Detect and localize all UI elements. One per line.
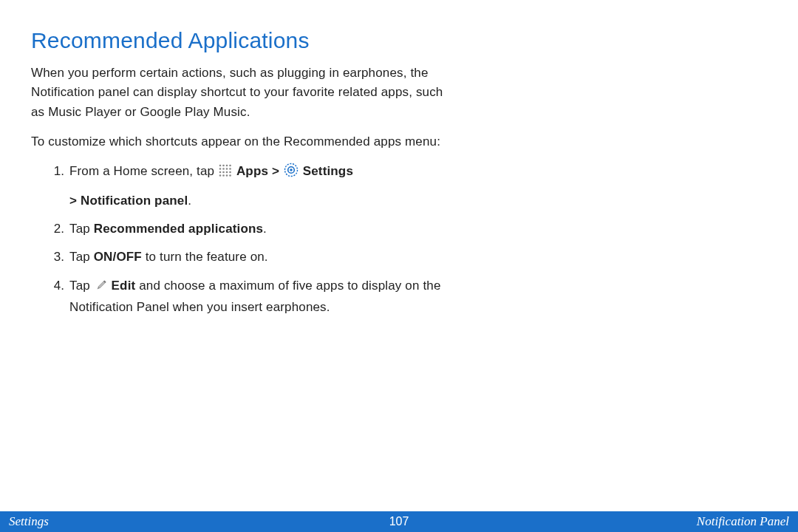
step-1-gt: > (272, 164, 283, 178)
page-footer: Settings 107 Notification Panel (0, 511, 798, 532)
svg-point-7 (229, 168, 231, 171)
svg-point-13 (222, 175, 225, 177)
svg-point-10 (226, 171, 228, 174)
intro-paragraph-1: When you perform certain actions, such a… (31, 64, 445, 122)
step-2: Tap Recommended applications. (68, 219, 445, 239)
svg-point-5 (222, 168, 225, 171)
step-1: From a Home screen, tap Apps > (68, 162, 445, 211)
svg-point-12 (219, 175, 222, 177)
step-1-apps-label: Apps (236, 164, 268, 178)
step-4-pre: Tap (69, 279, 94, 293)
step-1-settings-label: Settings (303, 164, 353, 178)
svg-point-8 (219, 171, 222, 174)
svg-point-2 (226, 165, 228, 167)
pencil-edit-icon (95, 279, 107, 298)
document-page: Recommended Applications When you perfor… (0, 0, 798, 532)
step-1-line-2: > Notification panel. (69, 191, 445, 211)
apps-grid-icon (219, 164, 232, 183)
step-3: Tap ON/OFF to turn the feature on. (68, 248, 445, 267)
step-2-pre: Tap (69, 222, 94, 236)
step-3-pre: Tap (69, 250, 94, 264)
content-column: Recommended Applications When you perfor… (31, 28, 445, 326)
step-2-bold: Recommended applications (94, 222, 263, 236)
page-title: Recommended Applications (31, 28, 445, 53)
footer-page-number: 107 (0, 515, 798, 528)
intro-paragraph-2: To customize which shortcuts appear on t… (31, 132, 445, 151)
step-3-bold: ON/OFF (94, 250, 142, 264)
svg-point-0 (219, 165, 222, 167)
svg-point-9 (222, 171, 225, 174)
steps-list: From a Home screen, tap Apps > (31, 162, 445, 317)
step-1-text-pre: From a Home screen, tap (69, 164, 218, 178)
svg-point-15 (229, 175, 231, 177)
step-1-period: . (188, 194, 191, 208)
step-3-post: to turn the feature on. (142, 250, 268, 264)
svg-point-1 (222, 165, 225, 167)
step-1-notif-label: Notification panel (81, 194, 188, 208)
step-2-post: . (263, 222, 267, 236)
settings-gear-icon (284, 163, 299, 183)
svg-point-4 (219, 168, 222, 171)
svg-point-14 (226, 175, 228, 177)
step-4: Tap Edit and choose a maximum of five ap… (68, 276, 445, 318)
svg-point-3 (229, 165, 231, 167)
svg-point-18 (290, 169, 292, 171)
svg-point-6 (226, 168, 228, 171)
step-1-gt2: > (69, 194, 81, 208)
svg-point-11 (229, 171, 231, 174)
step-4-edit-label: Edit (112, 279, 136, 293)
